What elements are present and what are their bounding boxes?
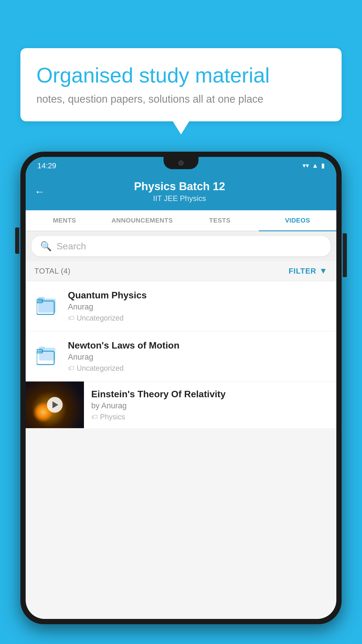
app-bar-subtitle: IIT JEE Physics	[51, 194, 308, 203]
tag-icon: 🏷	[91, 413, 98, 421]
tab-announcements[interactable]: ANNOUNCEMENTS	[103, 210, 181, 231]
phone-outer: 14:29 ▾▾ ▲ ▮ ← Physics Batch 12 IIT JEE …	[20, 152, 342, 624]
search-bar[interactable]: 🔍 Search	[31, 236, 331, 256]
search-bar-wrapper: 🔍 Search	[26, 231, 336, 261]
item-details: Quantum Physics Anurag 🏷 Uncategorized	[68, 290, 328, 322]
camera	[178, 160, 184, 166]
item-details: Einstein's Theory Of Relativity by Anura…	[84, 382, 336, 421]
app-bar-title: Physics Batch 12	[51, 180, 308, 193]
item-author: Anurag	[68, 353, 328, 362]
item-tag: 🏷 Uncategorized	[68, 314, 328, 322]
item-details: Newton's Laws of Motion Anurag 🏷 Uncateg…	[68, 340, 328, 372]
tab-ments[interactable]: MENTS	[26, 210, 103, 231]
tag-icon: 🏷	[68, 314, 74, 322]
tabs-bar: MENTS ANNOUNCEMENTS TESTS VIDEOS	[26, 210, 336, 231]
folder-icon	[37, 296, 59, 316]
play-button[interactable]	[47, 397, 63, 413]
bubble-title: Organised study material	[36, 63, 326, 88]
tab-videos[interactable]: VIDEOS	[259, 210, 337, 231]
battery-icon: ▮	[321, 162, 325, 169]
status-time: 14:29	[37, 161, 56, 170]
list-item[interactable]: Newton's Laws of Motion Anurag 🏷 Uncateg…	[26, 331, 336, 382]
video-thumbnail	[26, 382, 84, 428]
folder-icon	[37, 346, 59, 366]
folder-icon-wrap	[34, 343, 61, 370]
notch	[164, 157, 198, 169]
search-icon: 🔍	[40, 241, 52, 252]
item-tag: 🏷 Uncategorized	[68, 364, 328, 372]
svg-rect-1	[38, 297, 45, 300]
item-title: Newton's Laws of Motion	[68, 340, 328, 351]
tag-icon: 🏷	[68, 365, 74, 372]
filter-icon: ▼	[319, 266, 328, 276]
signal-icon: ▲	[312, 162, 318, 169]
tab-tests[interactable]: TESTS	[181, 210, 259, 231]
item-title: Einstein's Theory Of Relativity	[91, 389, 329, 400]
speech-bubble-wrapper: Organised study material notes, question…	[20, 48, 342, 121]
phone-screen: 14:29 ▾▾ ▲ ▮ ← Physics Batch 12 IIT JEE …	[26, 157, 336, 619]
speech-bubble: Organised study material notes, question…	[20, 48, 342, 121]
list-item[interactable]: Quantum Physics Anurag 🏷 Uncategorized	[26, 281, 336, 331]
item-tag: 🏷 Physics	[91, 413, 329, 421]
item-author: Anurag	[68, 302, 328, 312]
item-author: by Anurag	[91, 401, 329, 410]
status-icons: ▾▾ ▲ ▮	[303, 162, 325, 169]
wifi-icon: ▾▾	[303, 162, 309, 169]
video-list: Quantum Physics Anurag 🏷 Uncategorized	[26, 281, 336, 428]
filter-bar: TOTAL (4) FILTER ▼	[26, 261, 336, 281]
app-bar: ← Physics Batch 12 IIT JEE Physics	[26, 174, 336, 210]
app-bar-text: Physics Batch 12 IIT JEE Physics	[51, 180, 308, 203]
folder-icon-wrap	[34, 293, 61, 319]
play-icon	[52, 401, 58, 408]
status-bar: 14:29 ▾▾ ▲ ▮	[26, 157, 336, 174]
bubble-subtitle: notes, question papers, solutions all at…	[36, 93, 326, 105]
phone-wrapper: 14:29 ▾▾ ▲ ▮ ← Physics Batch 12 IIT JEE …	[20, 152, 342, 644]
total-count: TOTAL (4)	[34, 267, 71, 276]
list-item-thumb[interactable]: Einstein's Theory Of Relativity by Anura…	[26, 382, 336, 428]
search-placeholder: Search	[57, 241, 86, 252]
back-button[interactable]: ←	[34, 186, 45, 198]
filter-button[interactable]: FILTER ▼	[289, 266, 328, 276]
item-title: Quantum Physics	[68, 290, 328, 301]
